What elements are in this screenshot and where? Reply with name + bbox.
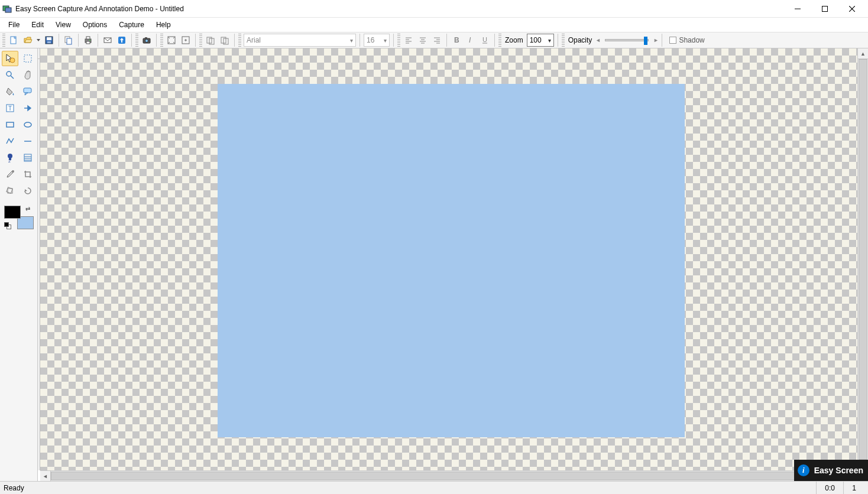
menu-help[interactable]: Help: [150, 20, 177, 30]
fit-window-button[interactable]: [164, 33, 179, 47]
vscroll-thumb[interactable]: [859, 59, 867, 460]
font-value: Arial: [247, 36, 261, 44]
color-picker: ⇄: [4, 206, 34, 229]
tool-crop-replace[interactable]: [20, 167, 36, 182]
tool-rectangle[interactable]: [2, 117, 18, 132]
tool-ellipse[interactable]: [20, 117, 36, 132]
menubar: File Edit View Options Capture Help: [0, 18, 868, 32]
scroll-left-icon[interactable]: ◄: [40, 471, 51, 481]
scroll-up-icon[interactable]: ▲: [858, 48, 868, 59]
toolbar-grip[interactable]: [199, 34, 202, 47]
tool-rotate-90[interactable]: [20, 183, 36, 199]
toolbar-grip[interactable]: [135, 34, 138, 47]
toolbar-grip[interactable]: [160, 34, 163, 47]
toolbar-grip[interactable]: [2, 34, 5, 47]
underline-button[interactable]: U: [478, 33, 492, 47]
opacity-decrease[interactable]: ◄: [594, 34, 601, 47]
undo-button[interactable]: [203, 33, 218, 47]
svg-text:2: 2: [8, 159, 11, 163]
opacity-increase[interactable]: ►: [652, 34, 659, 47]
tool-text-box[interactable]: T: [2, 100, 18, 116]
svg-text:I: I: [469, 36, 471, 44]
svg-point-47: [7, 72, 11, 76]
italic-button[interactable]: I: [464, 33, 478, 47]
align-right-button[interactable]: [430, 33, 444, 47]
align-left-button[interactable]: [401, 33, 416, 47]
copy-button[interactable]: [61, 33, 76, 47]
close-button[interactable]: [838, 0, 866, 18]
svg-rect-11: [67, 38, 72, 44]
save-button[interactable]: [42, 33, 56, 47]
font-size-combo[interactable]: 16: [364, 34, 390, 47]
svg-rect-3: [822, 6, 828, 11]
swap-colors-icon[interactable]: ⇄: [25, 206, 34, 214]
svg-rect-49: [24, 88, 31, 93]
menu-edit[interactable]: Edit: [25, 20, 50, 30]
new-button[interactable]: [7, 33, 21, 47]
toolbar-grip[interactable]: [397, 34, 400, 47]
tool-polyline[interactable]: [2, 134, 18, 149]
horizontal-scrollbar[interactable]: ◄ ►: [40, 470, 857, 481]
font-combo[interactable]: Arial: [244, 34, 356, 47]
svg-rect-20: [145, 37, 147, 38]
align-center-button[interactable]: [416, 33, 430, 47]
redo-button[interactable]: [218, 33, 232, 47]
window-title: Easy Screen Capture And Annotation Demo …: [15, 5, 784, 13]
menu-file[interactable]: File: [2, 20, 25, 30]
tool-stamp[interactable]: 2: [2, 150, 18, 165]
vscroll-track[interactable]: [858, 59, 868, 460]
foreground-color[interactable]: [4, 206, 21, 219]
vertical-scrollbar[interactable]: ▲ ▼: [857, 48, 868, 470]
shadow-label: Shadow: [679, 36, 704, 44]
actual-size-button[interactable]: [179, 33, 193, 47]
email-button[interactable]: [101, 33, 115, 47]
default-colors-icon[interactable]: [4, 222, 11, 229]
canvas-document[interactable]: [218, 84, 685, 437]
svg-line-48: [11, 76, 14, 79]
maximize-button[interactable]: [811, 0, 838, 18]
minimize-button[interactable]: [784, 0, 811, 18]
tool-print-area[interactable]: [20, 150, 36, 165]
tool-arrow[interactable]: [20, 100, 36, 116]
status-extra: 1: [843, 482, 864, 494]
tool-zoom[interactable]: [2, 67, 18, 83]
shadow-checkbox[interactable]: Shadow: [669, 36, 704, 44]
hscroll-track[interactable]: [51, 471, 847, 481]
svg-text:T: T: [8, 105, 12, 112]
zoom-combo[interactable]: 100: [527, 34, 554, 47]
tool-callout[interactable]: [20, 84, 36, 99]
upload-button[interactable]: [115, 33, 129, 47]
toolbar-grip[interactable]: [238, 34, 241, 47]
canvas-area[interactable]: ▲ ▼ ◄ ►: [38, 48, 868, 481]
toolbar-sep: [234, 34, 235, 47]
toolbar-sep: [156, 34, 157, 47]
opacity-thumb[interactable]: [644, 37, 647, 45]
open-dropdown[interactable]: [35, 33, 42, 47]
tool-line[interactable]: [20, 134, 36, 149]
notification-toast[interactable]: i Easy Screen: [794, 460, 868, 481]
capture-button[interactable]: [140, 33, 154, 47]
svg-text:U: U: [482, 36, 487, 43]
tool-hand[interactable]: [20, 67, 36, 83]
toolbar-grip[interactable]: [562, 34, 565, 47]
print-button[interactable]: [81, 33, 95, 47]
open-button[interactable]: [21, 33, 35, 47]
tool-rotate-free[interactable]: [2, 183, 18, 199]
menu-capture[interactable]: Capture: [113, 20, 150, 30]
svg-rect-46: [24, 55, 31, 62]
tool-rect-select[interactable]: [20, 51, 36, 66]
tool-eyedropper[interactable]: [2, 167, 18, 182]
tool-pointer[interactable]: [2, 51, 18, 66]
ruler-origin: [38, 48, 40, 59]
bold-button[interactable]: B: [449, 33, 464, 47]
toolbar-grip[interactable]: [498, 34, 501, 47]
info-icon: i: [798, 464, 809, 476]
zoom-label: Zoom: [505, 36, 523, 44]
hscroll-thumb[interactable]: [51, 472, 847, 480]
menu-view[interactable]: View: [50, 20, 77, 30]
opacity-slider[interactable]: [605, 39, 649, 41]
toolbar-sep: [195, 34, 196, 47]
canvas-background[interactable]: [40, 48, 857, 470]
menu-options[interactable]: Options: [77, 20, 113, 30]
tool-fill[interactable]: [2, 84, 18, 99]
